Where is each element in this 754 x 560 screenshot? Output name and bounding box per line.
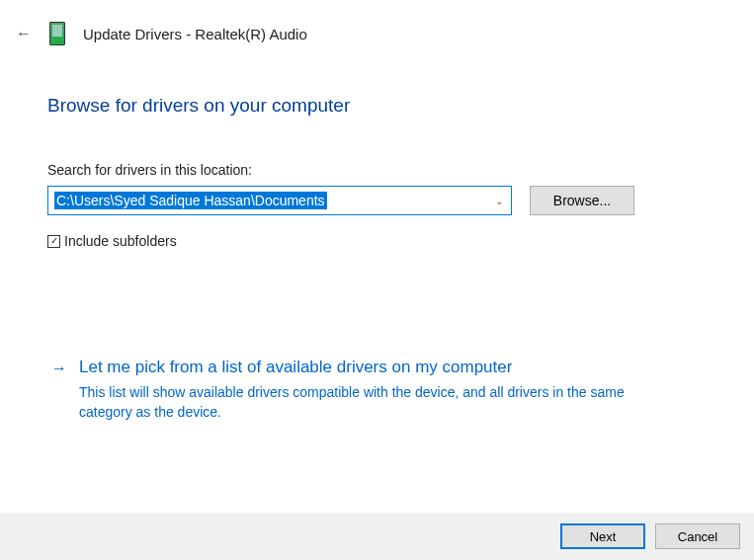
include-subfolders-label: Include subfolders bbox=[64, 233, 177, 249]
device-icon bbox=[49, 22, 65, 45]
include-subfolders-row[interactable]: ✓ Include subfolders bbox=[47, 233, 707, 249]
cancel-button[interactable]: Cancel bbox=[655, 523, 740, 549]
option-title: Let me pick from a list of available dri… bbox=[79, 358, 652, 377]
wizard-header: ← Update Drivers - Realtek(R) Audio bbox=[0, 0, 754, 45]
driver-path-input[interactable]: C:\Users\Syed Sadique Hassan\Documents ⌄ bbox=[47, 186, 512, 215]
arrow-right-icon: → bbox=[51, 358, 67, 422]
option-description: This list will show available drivers co… bbox=[79, 383, 652, 422]
window-title: Update Drivers - Realtek(R) Audio bbox=[83, 26, 307, 42]
back-arrow-icon[interactable]: ← bbox=[16, 25, 32, 42]
wizard-footer: Next Cancel bbox=[0, 513, 754, 560]
search-location-label: Search for drivers in this location: bbox=[47, 162, 707, 178]
driver-path-value: C:\Users\Syed Sadique Hassan\Documents bbox=[54, 192, 327, 209]
path-input-row: C:\Users\Syed Sadique Hassan\Documents ⌄… bbox=[47, 186, 707, 215]
page-heading: Browse for drivers on your computer bbox=[47, 95, 707, 117]
option-text: Let me pick from a list of available dri… bbox=[79, 358, 652, 422]
pick-from-list-option[interactable]: → Let me pick from a list of available d… bbox=[47, 358, 707, 422]
next-button[interactable]: Next bbox=[560, 523, 645, 549]
browse-button[interactable]: Browse... bbox=[530, 186, 634, 215]
chevron-down-icon[interactable]: ⌄ bbox=[495, 196, 503, 206]
wizard-content: Browse for drivers on your computer Sear… bbox=[0, 45, 754, 422]
include-subfolders-checkbox[interactable]: ✓ bbox=[47, 235, 60, 248]
